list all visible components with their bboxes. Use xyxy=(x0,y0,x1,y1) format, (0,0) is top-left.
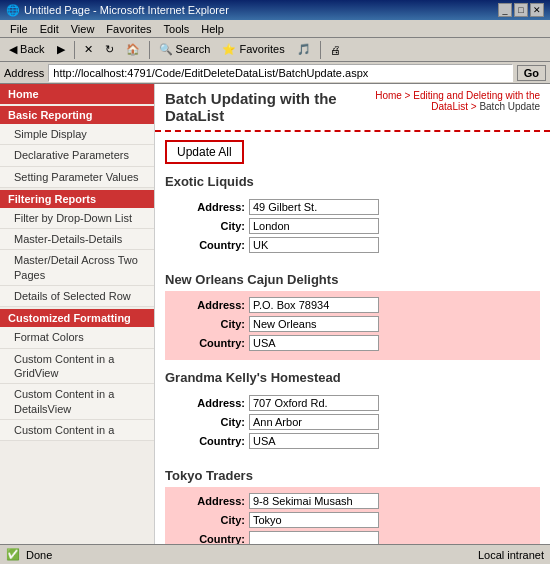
company-form: Address:City:Country: xyxy=(165,389,540,458)
field-input[interactable] xyxy=(249,414,379,430)
company-name: Tokyo Traders xyxy=(165,468,540,483)
toolbar-separator xyxy=(74,41,75,59)
toolbar: ◀ Back ▶ ✕ ↻ 🏠 🔍 Search ⭐ Favorites 🎵 🖨 xyxy=(0,38,550,62)
address-input[interactable] xyxy=(48,64,512,82)
breadcrumb: Home > Editing and Deleting with the Dat… xyxy=(337,90,540,112)
menu-bar: File Edit View Favorites Tools Help xyxy=(0,20,550,38)
page-title: Batch Updating with the DataList xyxy=(165,90,337,124)
toolbar-separator2 xyxy=(149,41,150,59)
home-button[interactable]: 🏠 xyxy=(121,41,145,58)
sidebar-item-custom-content-gridview[interactable]: Custom Content in a GridView xyxy=(0,349,154,385)
field-label: City: xyxy=(175,514,245,526)
menu-help[interactable]: Help xyxy=(195,22,230,36)
window-title: Untitled Page - Microsoft Internet Explo… xyxy=(24,4,229,16)
sidebar-item-declarative-parameters[interactable]: Declarative Parameters xyxy=(0,145,154,166)
field-input[interactable] xyxy=(249,316,379,332)
ie-logo-icon: 🌐 xyxy=(6,4,20,17)
breadcrumb-home[interactable]: Home xyxy=(375,90,402,101)
field-label: Country: xyxy=(175,533,245,544)
field-row: City: xyxy=(175,316,530,332)
sidebar-item-format-colors[interactable]: Format Colors xyxy=(0,327,154,348)
field-input[interactable] xyxy=(249,493,379,509)
sidebar-item-details-selected-row[interactable]: Details of Selected Row xyxy=(0,286,154,307)
status-left: ✅ Done xyxy=(6,548,52,561)
sidebar-home[interactable]: Home xyxy=(0,84,154,104)
back-button[interactable]: ◀ Back xyxy=(4,41,50,58)
search-button[interactable]: 🔍 Search xyxy=(154,41,216,58)
menu-favorites[interactable]: Favorites xyxy=(100,22,157,36)
status-text: Done xyxy=(26,549,52,561)
favorites-button[interactable]: ⭐ Favorites xyxy=(217,41,289,58)
company-section: New Orleans Cajun DelightsAddress:City:C… xyxy=(165,272,540,360)
field-label: Address: xyxy=(175,201,245,213)
sidebar-section-filtering-reports: Filtering Reports xyxy=(0,190,154,208)
company-section: Exotic LiquidsAddress:City:Country: xyxy=(165,174,540,262)
field-row: Address: xyxy=(175,199,530,215)
field-label: Country: xyxy=(175,239,245,251)
forward-button[interactable]: ▶ xyxy=(52,41,70,58)
menu-edit[interactable]: Edit xyxy=(34,22,65,36)
sidebar-item-master-details[interactable]: Master-Details-Details xyxy=(0,229,154,250)
title-bar-left: 🌐 Untitled Page - Microsoft Internet Exp… xyxy=(6,4,229,17)
field-label: Address: xyxy=(175,299,245,311)
field-row: Address: xyxy=(175,493,530,509)
toolbar-separator3 xyxy=(320,41,321,59)
sidebar-item-custom-content-extra[interactable]: Custom Content in a xyxy=(0,420,154,441)
menu-tools[interactable]: Tools xyxy=(158,22,196,36)
content-area: Batch Updating with the DataList Home > … xyxy=(155,84,550,544)
field-row: Country: xyxy=(175,335,530,351)
address-bar: Address Go xyxy=(0,62,550,84)
field-row: Address: xyxy=(175,395,530,411)
field-row: City: xyxy=(175,512,530,528)
field-input[interactable] xyxy=(249,335,379,351)
field-label: Address: xyxy=(175,495,245,507)
field-label: Country: xyxy=(175,337,245,349)
sidebar-item-master-detail-two-pages[interactable]: Master/Detail Across Two Pages xyxy=(0,250,154,286)
close-button[interactable]: ✕ xyxy=(530,3,544,17)
field-input[interactable] xyxy=(249,512,379,528)
field-row: Country: xyxy=(175,433,530,449)
sidebar-item-filter-dropdown[interactable]: Filter by Drop-Down List xyxy=(0,208,154,229)
page-header-area: Batch Updating with the DataList Home > … xyxy=(155,84,550,132)
minimize-button[interactable]: _ xyxy=(498,3,512,17)
stop-button[interactable]: ✕ xyxy=(79,41,98,58)
field-input[interactable] xyxy=(249,395,379,411)
field-input[interactable] xyxy=(249,218,379,234)
field-input[interactable] xyxy=(249,297,379,313)
print-button[interactable]: 🖨 xyxy=(325,42,346,58)
field-row: City: xyxy=(175,414,530,430)
status-bar: ✅ Done Local intranet xyxy=(0,544,550,564)
company-name: Exotic Liquids xyxy=(165,174,540,189)
sidebar-item-setting-parameter-values[interactable]: Setting Parameter Values xyxy=(0,167,154,188)
refresh-button[interactable]: ↻ xyxy=(100,41,119,58)
sidebar: Home Basic Reporting Simple Display Decl… xyxy=(0,84,155,544)
sidebar-section-customized-formatting: Customized Formatting xyxy=(0,309,154,327)
go-button[interactable]: Go xyxy=(517,65,546,81)
field-input[interactable] xyxy=(249,531,379,544)
sidebar-item-simple-display[interactable]: Simple Display xyxy=(0,124,154,145)
company-section: Grandma Kelly's HomesteadAddress:City:Co… xyxy=(165,370,540,458)
field-input[interactable] xyxy=(249,237,379,253)
update-all-button[interactable]: Update All xyxy=(165,140,244,164)
company-form: Address:City:Country: xyxy=(165,193,540,262)
field-input[interactable] xyxy=(249,433,379,449)
field-label: City: xyxy=(175,416,245,428)
company-form: Address:City:Country: xyxy=(165,291,540,360)
menu-view[interactable]: View xyxy=(65,22,101,36)
field-input[interactable] xyxy=(249,199,379,215)
status-icon: ✅ xyxy=(6,548,20,561)
menu-file[interactable]: File xyxy=(4,22,34,36)
maximize-button[interactable]: □ xyxy=(514,3,528,17)
content-body: Update All Exotic LiquidsAddress:City:Co… xyxy=(155,132,550,544)
sidebar-section-basic-reporting: Basic Reporting xyxy=(0,106,154,124)
field-label: City: xyxy=(175,220,245,232)
address-label: Address xyxy=(4,67,44,79)
company-name: New Orleans Cajun Delights xyxy=(165,272,540,287)
media-button[interactable]: 🎵 xyxy=(292,41,316,58)
sidebar-item-custom-content-detailsview[interactable]: Custom Content in a DetailsView xyxy=(0,384,154,420)
breadcrumb-current: Batch Update xyxy=(479,101,540,112)
field-label: Country: xyxy=(175,435,245,447)
field-row: Address: xyxy=(175,297,530,313)
field-row: City: xyxy=(175,218,530,234)
company-form: Address:City:Country: xyxy=(165,487,540,544)
